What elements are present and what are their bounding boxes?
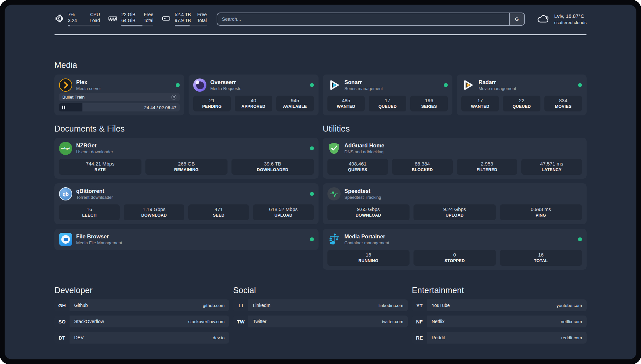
sonarr-icon <box>327 78 341 92</box>
bookmark-netflix[interactable]: NF Netflix netflix.com <box>412 316 587 327</box>
bookmark-name: Twitter <box>253 319 266 324</box>
speedtest-card[interactable]: Speedtest Speedtest Tracking 9.65 GbpsDO… <box>323 183 587 224</box>
portainer-icon <box>327 233 341 246</box>
search-input[interactable] <box>217 13 509 25</box>
entertainment-bookmarks: Entertainment YT YouTube youtube.com NF <box>412 286 587 344</box>
weather-location-temp: Lviv, 16.87°C <box>554 13 587 19</box>
stat-tile: 21PENDING <box>193 96 231 111</box>
plex-card[interactable]: Plex Media server Bullet Train <box>54 75 184 115</box>
section-title-media: Media <box>54 60 587 70</box>
status-dot <box>176 83 180 87</box>
stat-tile: 945AVAILABLE <box>276 96 314 111</box>
speedtest-icon <box>327 187 341 200</box>
portainer-card[interactable]: Media Portainer Container management 16R… <box>323 229 587 270</box>
app-subtitle: Media server <box>76 86 101 91</box>
cpu-load-label: Load <box>90 17 100 23</box>
bookmark-name: StackOverflow <box>74 319 104 324</box>
cpu-usage-value: 7% <box>68 12 75 17</box>
bookmark-domain: twitter.com <box>382 319 403 324</box>
playback-progress-bar: 24:44 / 02:06:47 <box>59 103 180 111</box>
disk-total-value: 97.9 TB <box>175 17 191 23</box>
bookmark-youtube[interactable]: YT YouTube youtube.com <box>412 299 587 311</box>
status-dot <box>578 83 582 87</box>
plex-icon <box>59 78 72 92</box>
bookmark-name: YouTube <box>432 303 450 308</box>
cpu-icon <box>54 14 64 25</box>
nzbget-card[interactable]: nzbget NZBGet Usenet downloader 744.21 M… <box>54 138 319 179</box>
radarr-card[interactable]: Radarr Movie management 17WANTED 22QUEUE… <box>457 75 587 115</box>
status-dot <box>310 83 314 87</box>
cpu-stat: 7% CPU 3.24 Load <box>54 12 100 26</box>
media-card-grid: Plex Media server Bullet Train <box>54 75 587 115</box>
app-subtitle: Media File Management <box>76 240 122 246</box>
now-playing-title: Bullet Train <box>62 95 85 100</box>
search-engine-button[interactable]: G <box>509 13 524 25</box>
stat-tile: 9.65 GbpsDOWNLOAD <box>327 204 410 220</box>
section-title-documents: Documents & Files <box>54 124 319 134</box>
bookmark-domain: youtube.com <box>557 303 582 308</box>
nzbget-icon: nzbget <box>59 142 72 155</box>
app-subtitle: Torrent downloader <box>76 195 113 200</box>
developer-bookmarks: Developer GH Github github.com SO <box>54 286 229 344</box>
weather-condition: scattered clouds <box>554 20 587 25</box>
stat-tile: 86,384BLOCKED <box>392 159 453 175</box>
disk-icon <box>161 14 171 25</box>
bookmark-dev[interactable]: DT DEV dev.to <box>54 332 229 344</box>
app-title: AdGuard Home <box>345 142 384 149</box>
section-title-entertainment: Entertainment <box>412 286 587 295</box>
adguard-card[interactable]: AdGuard Home DNS and adblocking 498,461Q… <box>323 138 587 179</box>
stat-tile: 16LEECH <box>59 204 120 220</box>
qbittorrent-card[interactable]: qb qBittorrent Torrent downloader 16LEEC… <box>54 183 319 224</box>
status-dot <box>310 146 314 150</box>
app-subtitle: Usenet downloader <box>76 149 113 155</box>
bookmark-stackoverflow[interactable]: SO StackOverflow stackoverflow.com <box>54 316 229 327</box>
stat-tile: 39.6 TBDOWNLOADED <box>231 159 314 175</box>
dashboard-window: 7% CPU 3.24 Load <box>0 0 641 364</box>
bookmark-github[interactable]: GH Github github.com <box>54 299 229 311</box>
bookmark-reddit[interactable]: RE Reddit reddit.com <box>412 332 587 344</box>
bookmark-abbr: SO <box>54 316 70 327</box>
overseerr-card[interactable]: Overseerr Media Requests 21PENDING 40APP… <box>189 75 319 115</box>
bookmark-abbr: NF <box>412 316 427 327</box>
app-subtitle: Media Requests <box>210 86 241 91</box>
disk-stat: 52.4 TB Free 97.9 TB Total <box>161 12 207 26</box>
bookmark-name: LinkedIn <box>253 303 270 308</box>
app-subtitle: DNS and adblocking <box>345 149 384 155</box>
bookmark-abbr: GH <box>54 299 70 311</box>
bookmark-name: Netflix <box>432 319 444 324</box>
bookmark-abbr: TW <box>233 316 248 327</box>
bookmark-domain: github.com <box>203 303 225 308</box>
utilities-column: Utilities AdGuard Home DNS and adblockin… <box>323 124 587 270</box>
bookmark-linkedin[interactable]: LI LinkedIn linkedin.com <box>233 299 408 311</box>
bookmark-domain: reddit.com <box>561 335 582 340</box>
bookmark-abbr: DT <box>54 332 70 344</box>
stat-tile: 618.52 MbpsUPLOAD <box>253 204 314 220</box>
adguard-icon <box>327 142 341 155</box>
section-title-utilities: Utilities <box>323 124 587 134</box>
stat-tile: 47.571 msLATENCY <box>521 159 582 175</box>
stat-tile: 0.993 msPING <box>500 204 582 220</box>
stat-tile: 22QUEUED <box>503 96 540 111</box>
app-title: qBittorrent <box>76 188 113 194</box>
topbar: 7% CPU 3.24 Load <box>54 12 587 26</box>
stat-tile: 17QUEUED <box>369 96 406 111</box>
bookmark-twitter[interactable]: TW Twitter twitter.com <box>233 316 408 327</box>
disk-total-label: Total <box>197 17 207 23</box>
stat-tile: 2,953FILTERED <box>457 159 517 175</box>
cpu-load-value: 3.24 <box>68 17 77 23</box>
bookmark-abbr: YT <box>412 299 427 311</box>
memory-stat: 22 GiB Free 64 GiB Total <box>108 12 153 26</box>
filebrowser-card[interactable]: File Browser Media File Management <box>54 229 319 250</box>
bookmark-domain: dev.to <box>213 335 225 340</box>
app-subtitle: Container management <box>345 240 389 246</box>
app-title: Media Portainer <box>345 233 389 240</box>
now-playing-row: Bullet Train <box>59 93 180 101</box>
section-title-social: Social <box>233 286 408 295</box>
disk-free-value: 52.4 TB <box>175 12 191 17</box>
social-bookmarks: Social LI LinkedIn linkedin.com TW <box>233 286 408 344</box>
stat-tile: 40APPROVED <box>235 96 272 111</box>
sonarr-card[interactable]: Sonarr Series management 485WANTED 17QUE… <box>323 75 453 115</box>
stat-tile: 498,461QUERIES <box>327 159 388 175</box>
cloud-icon <box>537 13 550 25</box>
section-title-developer: Developer <box>54 286 229 295</box>
